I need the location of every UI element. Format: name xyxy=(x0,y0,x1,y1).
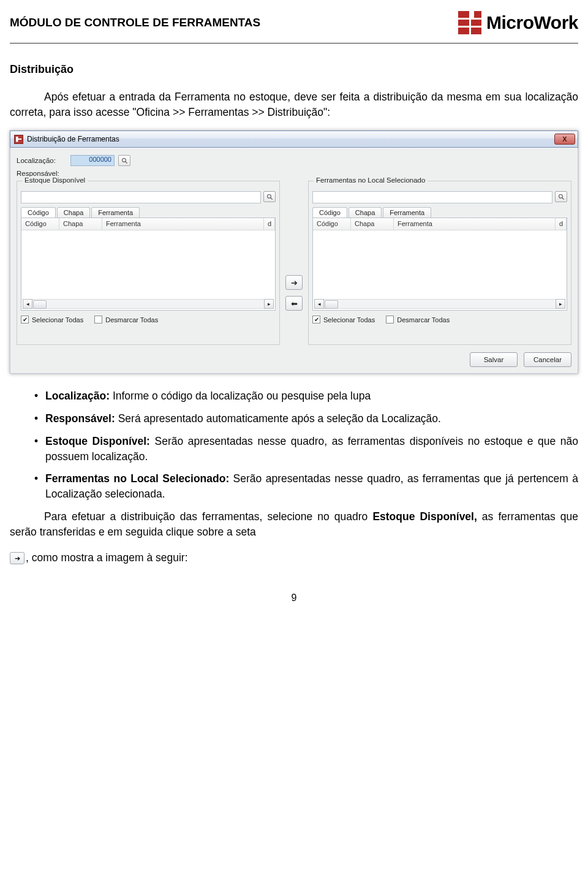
app-icon xyxy=(14,135,23,144)
svg-point-0 xyxy=(122,158,126,162)
bullet-estoque: Estoque Disponível: Serão apresentadas n… xyxy=(34,434,578,464)
bullet-local: Ferramentas no Local Selecionado: Serão … xyxy=(34,471,578,502)
distribution-dialog: Distribuição de Ferramentas X Localizaçã… xyxy=(10,131,578,374)
search-icon xyxy=(558,194,565,200)
estoque-legend: Estoque Disponível xyxy=(22,176,88,184)
transfer-left-button[interactable]: ⬅ xyxy=(285,296,303,311)
col-ferramenta[interactable]: Ferramenta xyxy=(394,218,556,230)
close-icon: X xyxy=(562,135,567,143)
tab-ferramenta[interactable]: Ferramenta xyxy=(91,207,140,218)
col-extra[interactable]: d xyxy=(264,218,275,230)
scroll-right-icon[interactable]: ▸ xyxy=(264,299,274,309)
intro-paragraph: Após efetuar a entrada da Ferramenta no … xyxy=(10,89,578,119)
page-number: 9 xyxy=(10,592,578,604)
tab-codigo[interactable]: Código xyxy=(21,207,56,218)
dialog-titlebar[interactable]: Distribuição de Ferramentas X xyxy=(10,131,578,148)
scroll-right-icon[interactable]: ▸ xyxy=(556,299,565,309)
microwork-icon xyxy=(458,11,481,34)
tab-chapa[interactable]: Chapa xyxy=(57,207,90,218)
scroll-left-icon[interactable]: ◂ xyxy=(23,299,32,309)
estoque-hscrollbar[interactable]: ◂ ▸ xyxy=(23,299,274,309)
select-all-label: Selecionar Todas xyxy=(323,316,375,324)
tab-ferramenta[interactable]: Ferramenta xyxy=(383,207,431,218)
transfer-right-button[interactable]: ➔ xyxy=(285,275,303,290)
deselect-all-label: Desmarcar Todas xyxy=(397,316,450,324)
local-select-all[interactable]: ✔ Selecionar Todas xyxy=(312,316,375,324)
svg-line-5 xyxy=(562,197,564,199)
cancelar-button[interactable]: Cancelar xyxy=(524,352,571,367)
checkbox-icon xyxy=(386,316,394,324)
scroll-thumb[interactable] xyxy=(33,300,47,309)
checkbox-icon xyxy=(94,316,102,324)
localizacao-search-button[interactable] xyxy=(118,155,130,166)
tab-chapa[interactable]: Chapa xyxy=(349,207,382,218)
brand-text: MicroWork xyxy=(486,12,578,33)
dialog-title-text: Distribuição de Ferramentas xyxy=(27,135,119,143)
local-search-input[interactable] xyxy=(312,191,552,203)
salvar-button[interactable]: Salvar xyxy=(470,352,518,367)
local-deselect-all[interactable]: Desmarcar Todas xyxy=(386,316,450,324)
estoque-grid[interactable]: Código Chapa Ferramenta d ◂ ▸ xyxy=(21,218,276,311)
bullet-localizacao: Localização: Informe o código da localiz… xyxy=(34,388,578,404)
col-codigo[interactable]: Código xyxy=(21,218,59,230)
select-all-label: Selecionar Todas xyxy=(32,316,83,324)
arrow-left-icon: ⬅ xyxy=(291,299,298,308)
tab-codigo[interactable]: Código xyxy=(312,207,347,218)
col-chapa[interactable]: Chapa xyxy=(59,218,102,230)
field-descriptions: Localização: Informe o código da localiz… xyxy=(10,388,578,502)
svg-line-3 xyxy=(270,197,272,199)
col-chapa[interactable]: Chapa xyxy=(351,218,394,230)
checkbox-checked-icon: ✔ xyxy=(312,316,320,324)
estoque-select-all[interactable]: ✔ Selecionar Todas xyxy=(21,316,83,324)
svg-line-1 xyxy=(125,161,127,163)
page-title: MÓDULO DE CONTROLE DE FERRAMENTAS xyxy=(10,16,260,29)
estoque-search-input[interactable] xyxy=(21,191,261,203)
estoque-search-button[interactable] xyxy=(263,191,276,202)
header-divider xyxy=(10,43,578,44)
scroll-thumb[interactable] xyxy=(325,300,338,309)
local-selecionado-panel: Ferramentas no Local Selecionado Código … xyxy=(308,181,571,345)
search-icon xyxy=(121,157,128,164)
estoque-deselect-all[interactable]: Desmarcar Todas xyxy=(94,316,158,324)
localizacao-label: Localização: xyxy=(17,157,67,164)
col-ferramenta[interactable]: Ferramenta xyxy=(102,218,264,230)
col-codigo[interactable]: Código xyxy=(313,218,351,230)
local-hscrollbar[interactable]: ◂ ▸ xyxy=(314,299,565,309)
arrow-right-icon: ➔ xyxy=(291,278,298,287)
svg-point-2 xyxy=(267,194,271,198)
bullet-responsavel: Responsável: Será apresentado automatica… xyxy=(34,411,578,426)
closing-paragraph-2: ➔, como mostra a imagem à seguir: xyxy=(10,550,578,566)
scroll-left-icon[interactable]: ◂ xyxy=(314,299,324,309)
estoque-disponivel-panel: Estoque Disponível Código Chapa Ferramen… xyxy=(17,181,280,345)
col-extra[interactable]: d xyxy=(556,218,567,230)
checkbox-checked-icon: ✔ xyxy=(21,316,29,324)
brand-logo: MicroWork xyxy=(458,11,578,34)
local-grid[interactable]: Código Chapa Ferramenta d ◂ ▸ xyxy=(312,218,567,311)
local-search-button[interactable] xyxy=(555,191,567,202)
deselect-all-label: Desmarcar Todas xyxy=(105,316,158,324)
transfer-right-inline-icon: ➔ xyxy=(10,552,24,564)
localizacao-input[interactable]: 000000 xyxy=(70,155,115,166)
local-legend: Ferramentas no Local Selecionado xyxy=(314,176,428,184)
svg-point-4 xyxy=(559,194,562,198)
close-button[interactable]: X xyxy=(554,134,575,145)
section-heading: Distribuição xyxy=(10,63,578,76)
closing-paragraph: Para efetuar a distribuição das ferramen… xyxy=(10,509,578,539)
search-icon xyxy=(266,194,273,200)
